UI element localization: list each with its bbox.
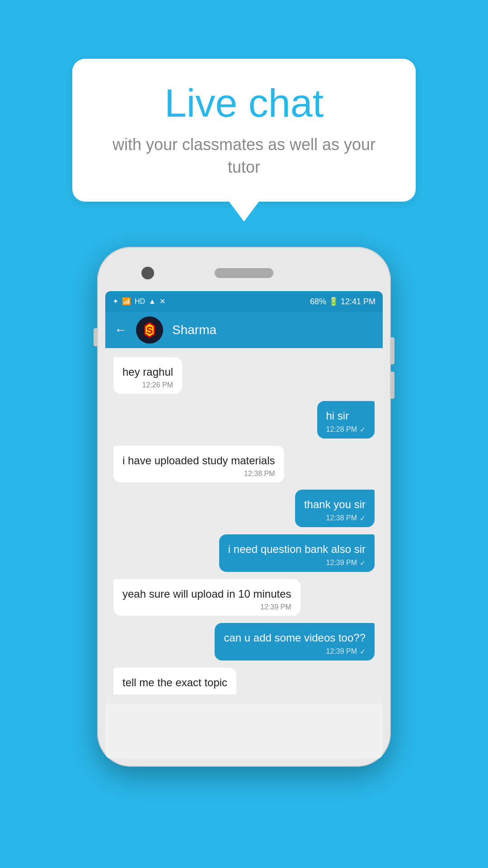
message-2-meta: 12:28 PM ✓	[326, 425, 366, 434]
message-5-time: 12:39 PM	[326, 559, 357, 567]
messages-area: hey raghul 12:26 PM hi sir 12:28 PM ✓ i …	[105, 348, 383, 704]
message-8: tell me the exact topic	[113, 668, 236, 695]
bluetooth-icon: ✦	[113, 297, 118, 306]
clock: 12:41 PM	[341, 297, 375, 306]
message-2-time: 12:28 PM	[326, 425, 357, 434]
signal-icon: 📶	[122, 297, 131, 306]
status-bar: ✦ 📶 HD ▲ ✕ 68% 🔋 12:41 PM	[105, 291, 383, 312]
message-3: i have uploaded study materials 12:38 PM	[113, 446, 284, 483]
phone-screen: ✦ 📶 HD ▲ ✕ 68% 🔋 12:41 PM ←	[105, 291, 383, 759]
message-7: can u add some videos too?? 12:39 PM ✓	[215, 623, 375, 660]
message-5: i need question bank also sir 12:39 PM ✓	[219, 534, 375, 572]
message-7-text: can u add some videos too??	[224, 630, 366, 646]
message-5-text: i need question bank also sir	[228, 542, 366, 557]
speech-bubble-container: Live chat with your classmates as well a…	[72, 59, 416, 202]
message-1: hey raghul 12:26 PM	[113, 357, 182, 394]
phone-top-bar	[105, 255, 383, 291]
wifi-icon: ▲	[149, 297, 156, 306]
message-8-text: tell me the exact topic	[122, 675, 227, 690]
message-7-time: 12:39 PM	[326, 647, 357, 656]
status-icons: ✦ 📶 HD ▲ ✕	[113, 297, 165, 306]
message-7-meta: 12:39 PM ✓	[224, 647, 366, 656]
contact-name: Sharma	[172, 323, 216, 337]
contact-avatar: S	[136, 316, 163, 344]
message-1-time: 12:26 PM	[142, 381, 173, 389]
chat-header: ← S Sharma	[105, 312, 383, 348]
speech-bubble: Live chat with your classmates as well a…	[72, 59, 416, 202]
phone-outer: ✦ 📶 HD ▲ ✕ 68% 🔋 12:41 PM ←	[97, 247, 391, 767]
phone-camera	[141, 267, 154, 279]
message-2-tick: ✓	[360, 425, 366, 434]
message-6-time: 12:39 PM	[260, 603, 291, 611]
message-5-meta: 12:39 PM ✓	[228, 559, 366, 567]
message-2-text: hi sir	[326, 408, 366, 424]
message-4-meta: 12:38 PM ✓	[304, 514, 366, 523]
message-4-text: thank you sir	[304, 497, 366, 512]
message-1-text: hey raghul	[122, 364, 173, 380]
bubble-subtitle: with your classmates as well as your tut…	[99, 133, 389, 179]
message-4-time: 12:38 PM	[326, 514, 357, 522]
message-1-meta: 12:26 PM	[122, 381, 173, 389]
message-6: yeah sure will upload in 10 minutes 12:3…	[113, 579, 300, 616]
phone-mockup: ✦ 📶 HD ▲ ✕ 68% 🔋 12:41 PM ←	[97, 247, 391, 767]
superman-avatar-icon: S	[138, 318, 161, 342]
power-button	[94, 328, 97, 346]
phone-side-buttons	[391, 337, 394, 399]
message-4-tick: ✓	[360, 514, 366, 523]
message-6-meta: 12:39 PM	[122, 603, 291, 611]
back-button[interactable]: ←	[114, 323, 127, 337]
battery-icon: 🔋	[328, 297, 341, 306]
message-7-tick: ✓	[360, 647, 366, 656]
volume-up-button	[391, 337, 394, 364]
hd-label: HD	[135, 297, 145, 306]
network-icon: ✕	[160, 297, 165, 306]
message-2: hi sir 12:28 PM ✓	[317, 401, 375, 439]
svg-text:S: S	[146, 325, 153, 336]
message-6-text: yeah sure will upload in 10 minutes	[122, 586, 291, 602]
volume-down-button	[391, 372, 394, 399]
message-3-text: i have uploaded study materials	[122, 453, 275, 468]
phone-speaker	[215, 268, 273, 278]
bubble-title: Live chat	[99, 81, 389, 125]
message-4: thank you sir 12:38 PM ✓	[295, 490, 375, 527]
message-5-tick: ✓	[360, 559, 366, 567]
message-3-meta: 12:38 PM	[122, 470, 275, 478]
message-3-time: 12:38 PM	[244, 470, 275, 478]
status-right-group: 68% 🔋 12:41 PM	[310, 297, 375, 307]
battery-percent: 68%	[310, 297, 326, 306]
